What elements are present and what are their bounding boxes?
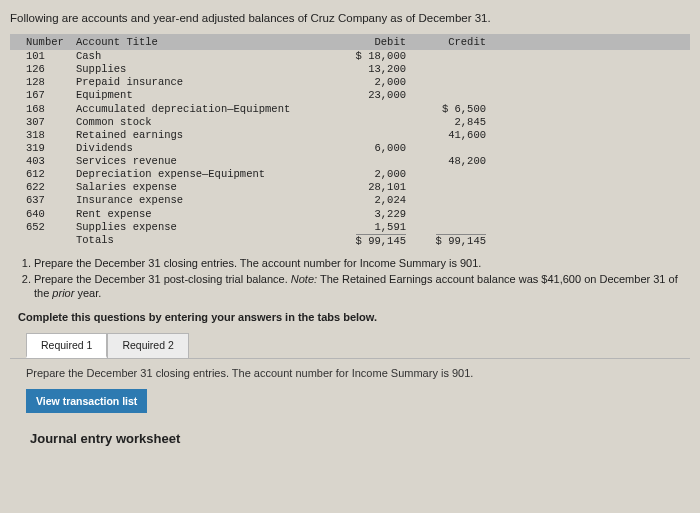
totals-debit: $ 99,145 [356, 234, 406, 248]
row-credit [406, 208, 486, 221]
row-title: Rent expense [76, 208, 326, 221]
row-title: Depreciation expense—Equipment [76, 168, 326, 181]
row-credit [406, 89, 486, 102]
row-credit: $ 6,500 [406, 103, 486, 116]
row-debit: 2,024 [326, 194, 406, 207]
table-row: 403Services revenue48,200 [10, 155, 690, 168]
instruction-2: Prepare the December 31 post-closing tri… [34, 272, 690, 301]
table-header-row: Number Account Title Debit Credit [10, 34, 690, 50]
row-title: Cash [76, 50, 326, 63]
journal-entry-worksheet-title: Journal entry worksheet [26, 431, 690, 446]
row-number: 168 [16, 103, 76, 116]
tab-instruction: Prepare the December 31 closing entries.… [26, 367, 690, 379]
table-row: 307Common stock2,845 [10, 116, 690, 129]
row-debit: 2,000 [326, 168, 406, 181]
row-number: 128 [16, 76, 76, 89]
row-title: Insurance expense [76, 194, 326, 207]
table-row: 318Retained earnings41,600 [10, 129, 690, 142]
row-number: 319 [16, 142, 76, 155]
row-debit [326, 116, 406, 129]
row-credit [406, 142, 486, 155]
instructions-block: Prepare the December 31 closing entries.… [10, 256, 690, 301]
tab-required-2[interactable]: Required 2 [107, 333, 188, 358]
row-credit [406, 63, 486, 76]
row-debit: 3,229 [326, 208, 406, 221]
row-debit: 28,101 [326, 181, 406, 194]
header-title: Account Title [76, 36, 326, 48]
row-debit [326, 155, 406, 168]
table-row: 640Rent expense3,229 [10, 208, 690, 221]
row-debit: 23,000 [326, 89, 406, 102]
row-title: Accumulated depreciation—Equipment [76, 103, 326, 116]
row-title: Supplies [76, 63, 326, 76]
row-number: 307 [16, 116, 76, 129]
table-row: 612Depreciation expense—Equipment2,000 [10, 168, 690, 181]
row-debit: 1,591 [326, 221, 406, 234]
table-row: 637Insurance expense2,024 [10, 194, 690, 207]
row-credit [406, 181, 486, 194]
intro-text: Following are accounts and year-end adju… [10, 12, 690, 24]
row-number: 612 [16, 168, 76, 181]
table-row: 167Equipment23,000 [10, 89, 690, 102]
complete-hint: Complete this questions by entering your… [18, 311, 690, 323]
row-number: 167 [16, 89, 76, 102]
row-title: Equipment [76, 89, 326, 102]
table-row: 319Dividends6,000 [10, 142, 690, 155]
row-credit [406, 168, 486, 181]
view-transaction-list-button[interactable]: View transaction list [26, 389, 147, 413]
header-credit: Credit [406, 36, 486, 48]
table-row: 622Salaries expense28,101 [10, 181, 690, 194]
row-number: 318 [16, 129, 76, 142]
tab-panel: Prepare the December 31 closing entries.… [10, 358, 690, 446]
row-debit [326, 103, 406, 116]
row-credit [406, 76, 486, 89]
row-credit: 41,600 [406, 129, 486, 142]
row-credit [406, 50, 486, 63]
row-title: Salaries expense [76, 181, 326, 194]
row-title: Supplies expense [76, 221, 326, 234]
tabs: Required 1 Required 2 [26, 333, 690, 358]
tab-required-1[interactable]: Required 1 [26, 333, 107, 358]
row-credit [406, 194, 486, 207]
row-title: Dividends [76, 142, 326, 155]
row-credit: 48,200 [406, 155, 486, 168]
row-debit: 13,200 [326, 63, 406, 76]
instruction-1: Prepare the December 31 closing entries.… [34, 256, 690, 270]
table-row: 168Accumulated depreciation—Equipment$ 6… [10, 103, 690, 116]
row-number: 637 [16, 194, 76, 207]
row-credit: 2,845 [406, 116, 486, 129]
row-credit [406, 221, 486, 234]
row-title: Prepaid insurance [76, 76, 326, 89]
table-row: 128Prepaid insurance2,000 [10, 76, 690, 89]
row-number: 126 [16, 63, 76, 76]
table-totals-row: Totals $ 99,145 $ 99,145 [10, 234, 690, 248]
row-debit: 6,000 [326, 142, 406, 155]
row-number: 101 [16, 50, 76, 63]
table-row: 126Supplies13,200 [10, 63, 690, 76]
row-number: 652 [16, 221, 76, 234]
row-number: 403 [16, 155, 76, 168]
table-row: 101Cash$ 18,000 [10, 50, 690, 63]
trial-balance-table: Number Account Title Debit Credit 101Cas… [10, 34, 690, 248]
row-debit: 2,000 [326, 76, 406, 89]
row-title: Common stock [76, 116, 326, 129]
table-body: 101Cash$ 18,000126Supplies13,200128Prepa… [10, 50, 690, 234]
row-debit [326, 129, 406, 142]
table-row: 652Supplies expense1,591 [10, 221, 690, 234]
totals-credit: $ 99,145 [436, 234, 486, 248]
header-number: Number [16, 36, 76, 48]
row-title: Retained earnings [76, 129, 326, 142]
row-number: 622 [16, 181, 76, 194]
row-debit: $ 18,000 [326, 50, 406, 63]
totals-label: Totals [76, 234, 326, 248]
row-number: 640 [16, 208, 76, 221]
header-debit: Debit [326, 36, 406, 48]
row-title: Services revenue [76, 155, 326, 168]
